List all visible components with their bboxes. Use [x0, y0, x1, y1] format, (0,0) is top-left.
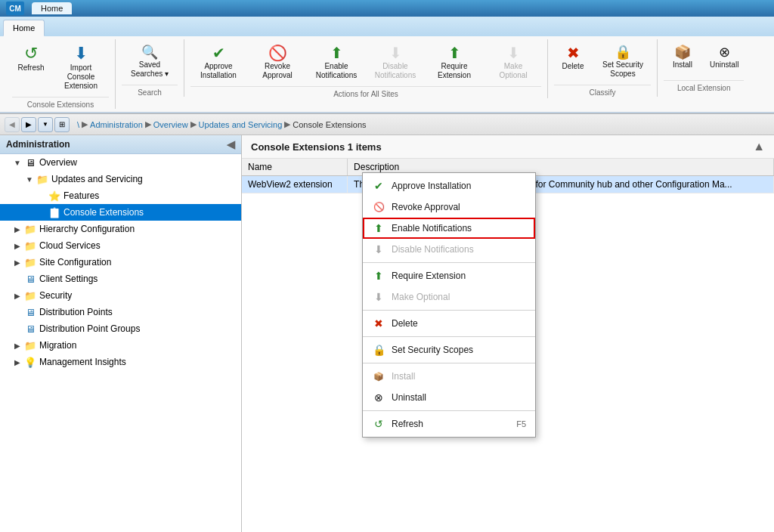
sidebar-item-distribution-points[interactable]: 🖥 Distribution Points [0, 304, 241, 320]
classify-buttons: ✖ Delete 🔒 Set Security Scopes [554, 39, 651, 85]
enable-notifications-icon: ⬆ [330, 45, 343, 60]
ctx-require-extension-label: Require Extension [392, 271, 466, 281]
security-label: Security [39, 290, 72, 301]
ctx-make-optional-icon: ⬇ [372, 290, 385, 304]
ribbon-group-actions: ✔ Approve Installation 🚫 Revoke Approval… [184, 39, 548, 98]
ctx-revoke-approval[interactable]: 🚫 Revoke Approval [363, 196, 535, 218]
ctx-refresh[interactable]: ↺ Refresh F5 [363, 413, 535, 435]
classify-group-label: Classify [554, 85, 651, 97]
forward-button[interactable]: ▶ [21, 117, 36, 132]
ribbon-security-scopes-button[interactable]: 🔒 Set Security Scopes [595, 42, 651, 82]
overview-label: Overview [39, 157, 77, 168]
ctx-enable-notifications-icon: ⬆ [372, 221, 385, 235]
make-optional-label: Make Optional [491, 62, 536, 80]
overview-expand-icon[interactable]: ▼ [12, 157, 23, 168]
migration-expand-icon[interactable]: ▶ [12, 340, 23, 351]
ctx-enable-notifications[interactable]: ⬆ Enable Notifications [363, 218, 535, 239]
view-icon-button[interactable]: ⊞ [54, 117, 70, 132]
hierarchy-expand-icon[interactable]: ▶ [12, 224, 23, 234]
sidebar-item-console-extensions[interactable]: 📋 Console Extensions [0, 204, 241, 221]
sidebar-item-updates-servicing[interactable]: ▼ 📁 Updates and Servicing [0, 171, 241, 187]
home-tab[interactable]: Home [32, 2, 72, 14]
ribbon-disable-notifications-button[interactable]: ⬇ Disable Notifications [367, 42, 423, 83]
management-insights-expand-icon[interactable]: ▶ [12, 357, 23, 367]
ctx-delete-label: Delete [392, 318, 418, 329]
sidebar-item-migration[interactable]: ▶ 📁 Migration [0, 337, 241, 354]
ctx-uninstall-icon: ⊗ [372, 391, 385, 404]
ctx-set-security-scopes[interactable]: 🔒 Set Security Scopes [363, 339, 535, 360]
ribbon-saved-searches-button[interactable]: 🔍 Saved Searches ▾ [122, 42, 178, 82]
sidebar-item-client-settings[interactable]: 🖥 Client Settings [0, 271, 241, 287]
sidebar-collapse-button[interactable]: ◀ [227, 138, 235, 150]
breadcrumb-updates-servicing[interactable]: Updates and Servicing [199, 120, 283, 129]
refresh-label: Refresh [17, 63, 44, 73]
dropdown-button[interactable]: ▼ [38, 117, 53, 132]
ribbon-tab-home[interactable]: Home [3, 20, 45, 36]
back-button[interactable]: ◀ [5, 117, 20, 132]
local-extension-group-label: Local Extension [664, 80, 744, 92]
updates-expand-icon[interactable]: ▼ [24, 174, 35, 184]
search-group-label: Search [122, 85, 178, 97]
breadcrumb-administration[interactable]: Administration [90, 120, 143, 129]
sidebar-item-hierarchy-config[interactable]: ▶ 📁 Hierarchy Configuration [0, 221, 241, 237]
ctx-uninstall[interactable]: ⊗ Uninstall [363, 387, 535, 408]
ctx-delete-icon: ✖ [372, 317, 385, 330]
cloud-expand-icon[interactable]: ▶ [12, 240, 23, 251]
ribbon-group-classify: ✖ Delete 🔒 Set Security Scopes Classify [548, 39, 658, 97]
install-icon: 📦 [674, 45, 691, 59]
saved-searches-icon: 🔍 [141, 45, 158, 59]
security-scopes-icon: 🔒 [615, 45, 631, 59]
ribbon-delete-button[interactable]: ✖ Delete [554, 42, 592, 74]
ribbon-uninstall-button[interactable]: ⊗ Uninstall [704, 42, 744, 73]
ctx-separator-3 [363, 336, 535, 337]
content-title: Console Extensions 1 items [251, 141, 382, 153]
uninstall-icon: ⊗ [719, 45, 730, 59]
ctx-revoke-label: Revoke Approval [392, 202, 460, 212]
ribbon-enable-notifications-button[interactable]: ⬆ Enable Notifications [308, 42, 364, 83]
ribbon-require-extension-button[interactable]: ⬆ Require Extension [426, 42, 482, 83]
security-expand-icon[interactable]: ▶ [12, 290, 23, 301]
title-bar: CM Home [0, 0, 774, 17]
ctx-delete[interactable]: ✖ Delete [363, 313, 535, 334]
ribbon-approve-button[interactable]: ✔ Approve Installation [190, 42, 246, 83]
sidebar-item-features[interactable]: ▶ ⭐ Features [0, 187, 241, 204]
column-name[interactable]: Name [242, 159, 348, 176]
sidebar-tree: ▼ 🖥 Overview ▼ 📁 Updates and Servicing ▶… [0, 154, 241, 532]
sidebar-item-distribution-point-groups[interactable]: 🖥 Distribution Point Groups [0, 320, 241, 337]
site-config-expand-icon[interactable]: ▶ [12, 257, 23, 268]
security-folder-icon: 📁 [24, 289, 36, 302]
breadcrumb-overview[interactable]: Overview [153, 120, 188, 129]
approve-icon: ✔ [212, 45, 225, 60]
ctx-approve-installation[interactable]: ✔ Approve Installation [363, 175, 535, 196]
ribbon-revoke-button[interactable]: 🚫 Revoke Approval [249, 42, 305, 83]
ctx-disable-notifications[interactable]: ⬇ Disable Notifications [363, 239, 535, 260]
hierarchy-folder-icon: 📁 [24, 223, 36, 235]
ctx-enable-notifications-label: Enable Notifications [392, 223, 472, 234]
ctx-separator-4 [363, 363, 535, 363]
ctx-install[interactable]: 📦 Install [363, 366, 535, 387]
disable-notifications-icon: ⬇ [389, 45, 402, 60]
ribbon: Home ↺ Refresh ⬇ Import Console Extensio… [0, 17, 774, 114]
site-config-folder-icon: 📁 [24, 256, 36, 268]
ribbon-install-button[interactable]: 📦 Install [664, 42, 701, 73]
ribbon-import-button[interactable]: ⬇ Import Console Extension [53, 42, 109, 94]
sidebar-item-management-insights[interactable]: ▶ 💡 Management Insights [0, 354, 241, 370]
console-ext-label: Console Extensions [63, 207, 144, 218]
refresh-icon: ↺ [24, 45, 38, 62]
revoke-label: Revoke Approval [255, 62, 300, 80]
management-insights-icon: 💡 [24, 356, 36, 368]
ctx-refresh-icon: ↺ [372, 417, 385, 431]
ctx-install-icon: 📦 [372, 370, 385, 383]
sidebar-item-site-configuration[interactable]: ▶ 📁 Site Configuration [0, 254, 241, 271]
install-label: Install [673, 60, 692, 70]
ribbon-make-optional-button[interactable]: ⬇ Make Optional [485, 42, 541, 83]
ctx-separator-2 [363, 310, 535, 311]
ribbon-refresh-button[interactable]: ↺ Refresh [12, 42, 50, 76]
sidebar-item-cloud-services[interactable]: ▶ 📁 Cloud Services [0, 237, 241, 254]
sidebar-item-overview[interactable]: ▼ 🖥 Overview [0, 154, 241, 171]
breadcrumb-root[interactable]: \ [77, 120, 79, 129]
ctx-require-extension[interactable]: ⬆ Require Extension [363, 265, 535, 286]
sidebar-item-security[interactable]: ▶ 📁 Security [0, 287, 241, 304]
ctx-make-optional[interactable]: ⬇ Make Optional [363, 286, 535, 308]
breadcrumb: \ ▶ Administration ▶ Overview ▶ Updates … [77, 119, 367, 129]
